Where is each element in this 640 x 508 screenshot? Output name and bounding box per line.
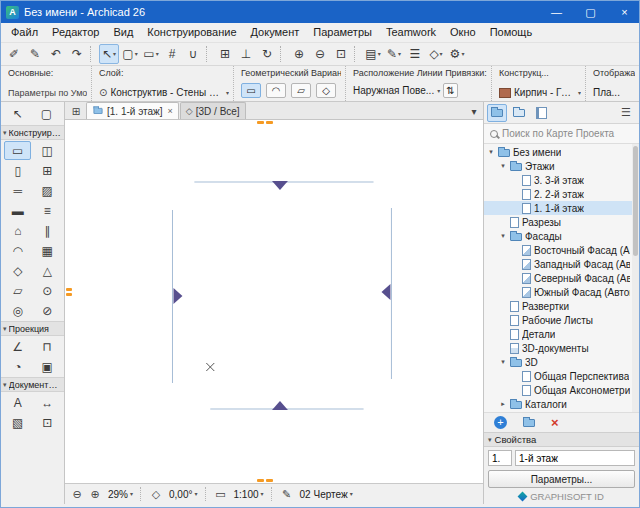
tree-item[interactable]: 3D-документы bbox=[484, 341, 639, 355]
menu-item[interactable]: Файл bbox=[4, 23, 45, 42]
refline-dropdown[interactable]: Наружная Пове... bbox=[353, 85, 434, 96]
pen-sets-button[interactable]: ✎▾ bbox=[384, 44, 404, 64]
roof-tool[interactable]: ⌂ bbox=[4, 221, 31, 240]
camera-tool[interactable]: ▣ bbox=[34, 357, 61, 376]
suspend-groups-button[interactable]: ⊞ bbox=[215, 44, 235, 64]
grid-snap-button[interactable]: # bbox=[162, 44, 182, 64]
zoom-in-button[interactable]: ⊕ bbox=[289, 44, 309, 64]
delete-button[interactable]: × bbox=[551, 415, 559, 430]
display-dropdown[interactable]: Пла... bbox=[593, 87, 620, 98]
tree-item[interactable]: Общая Аксонометрия bbox=[484, 383, 639, 397]
menu-item[interactable]: Помощь bbox=[483, 23, 540, 42]
menu-item[interactable]: Документ bbox=[244, 23, 307, 42]
chevron-down-icon[interactable]: ▾ bbox=[499, 162, 507, 170]
tree-scrollbar[interactable] bbox=[632, 144, 639, 412]
toolbox-section-header[interactable]: ▾Документирование bbox=[1, 377, 64, 392]
properties-header[interactable]: ▾ Свойства bbox=[484, 432, 639, 447]
tree-item[interactable]: Рабочие Листы bbox=[484, 313, 639, 327]
railing-tool[interactable]: ∥ bbox=[34, 221, 61, 240]
menu-item[interactable]: Параметры bbox=[306, 23, 379, 42]
maximize-button[interactable]: ▢ bbox=[576, 1, 605, 23]
arrow-button[interactable]: ↖▾ bbox=[99, 44, 119, 64]
close-button[interactable]: × bbox=[610, 1, 639, 23]
layers-button[interactable]: ▤▾ bbox=[363, 44, 383, 64]
marquee-button[interactable]: ▢▾ bbox=[120, 44, 140, 64]
zoom-in-button[interactable]: ⊕ bbox=[87, 486, 103, 502]
tab-list-button[interactable]: ▾ bbox=[465, 103, 483, 119]
menu-item[interactable]: Вид bbox=[106, 23, 140, 42]
tree-item[interactable]: 1. 1-й этаж bbox=[484, 201, 639, 215]
dimension-tool[interactable]: ↔ bbox=[34, 393, 61, 412]
section-tool[interactable]: ∠ bbox=[4, 337, 31, 356]
tree-item[interactable]: 2. 2-й этаж bbox=[484, 187, 639, 201]
flip-refline-button[interactable]: ⇅ bbox=[443, 83, 457, 98]
menu-item[interactable]: Редактор bbox=[45, 23, 106, 42]
add-viewpoint-button[interactable]: + bbox=[494, 416, 507, 429]
chevron-down-icon[interactable]: ▾ bbox=[487, 148, 495, 156]
drawing-tool[interactable]: ⊡ bbox=[34, 413, 61, 432]
beam-tool[interactable]: ═ bbox=[4, 181, 31, 200]
stair-tool[interactable]: ≡ bbox=[34, 201, 61, 220]
text-tool[interactable]: A bbox=[4, 393, 31, 412]
geometry-curved-button[interactable]: ◠ bbox=[266, 83, 286, 98]
hidden-palette-handle[interactable] bbox=[257, 479, 273, 482]
pen-set-dropdown[interactable]: 02 Чертеж ▾ bbox=[297, 486, 356, 502]
tree-item[interactable]: 3. 3-й этаж bbox=[484, 173, 639, 187]
arrow-select-tool[interactable]: ↖ bbox=[4, 104, 31, 123]
layout-book-button[interactable] bbox=[531, 104, 551, 122]
popup-navigator-button[interactable]: ⊞ bbox=[67, 103, 85, 119]
navigator-menu-button[interactable]: ☰ bbox=[616, 104, 636, 122]
shell-tool[interactable]: ◠ bbox=[4, 241, 31, 260]
redo-button[interactable]: ↷ bbox=[67, 44, 87, 64]
minimize-button[interactable]: — bbox=[542, 1, 571, 23]
tree-item[interactable]: ▾Без имени bbox=[484, 145, 639, 159]
zoom-out-button[interactable]: ⊖ bbox=[310, 44, 330, 64]
object-tool[interactable]: ⊙ bbox=[34, 281, 61, 300]
window-tool[interactable]: ⊞ bbox=[34, 161, 61, 180]
project-map-search[interactable]: Поиск по Карте Проекта bbox=[484, 124, 639, 144]
tab-floor-plan[interactable]: [1. 1-й этаж] × bbox=[86, 102, 179, 119]
pickup-parameters-button[interactable]: ✐ bbox=[4, 44, 24, 64]
view-map-button[interactable] bbox=[509, 104, 529, 122]
scale-dropdown[interactable]: 1:100 ▾ bbox=[231, 486, 267, 502]
opening-tool[interactable]: ⊘ bbox=[34, 301, 61, 320]
morph-tool[interactable]: ◇ bbox=[4, 261, 31, 280]
inject-parameters-button[interactable]: ✎ bbox=[25, 44, 45, 64]
tree-item[interactable]: Восточный Фасад (Автоматический) bbox=[484, 243, 639, 257]
tree-item[interactable]: Развертки bbox=[484, 299, 639, 313]
snap-magnet-button[interactable]: ∪ bbox=[183, 44, 203, 64]
tab-close-icon[interactable]: × bbox=[168, 106, 173, 116]
tree-item[interactable]: ▾Фасады bbox=[484, 229, 639, 243]
chevron-down-icon[interactable]: ▾ bbox=[499, 358, 507, 366]
default-settings-label[interactable]: Параметры по Умолчанию bbox=[8, 88, 87, 98]
rotate-button[interactable]: ↻ bbox=[257, 44, 277, 64]
tree-item[interactable]: Южный Фасад (Автоматический) bbox=[484, 285, 639, 299]
tree-item[interactable]: Детали bbox=[484, 327, 639, 341]
wall-tool[interactable]: ▭ bbox=[4, 141, 31, 160]
undo-button[interactable]: ↶ bbox=[46, 44, 66, 64]
tree-item[interactable]: ▸Каталоги bbox=[484, 397, 639, 411]
tree-item[interactable]: ▾Этажи bbox=[484, 159, 639, 173]
scrollbar-thumb[interactable] bbox=[633, 146, 638, 256]
floor-plan-canvas[interactable] bbox=[65, 120, 483, 483]
rotation-dropdown[interactable]: 0,00° ▾ bbox=[166, 486, 200, 502]
story-settings-button[interactable]: ☰ bbox=[405, 44, 425, 64]
chevron-right-icon[interactable]: ▸ bbox=[499, 400, 507, 408]
menu-item[interactable]: Teamwork bbox=[379, 23, 443, 42]
door-tool[interactable]: ◫ bbox=[34, 141, 61, 160]
toolbox-section-header[interactable]: ▾Конструирование bbox=[1, 125, 64, 140]
tree-item[interactable]: ▾3D bbox=[484, 355, 639, 369]
geometry-trapezoid-button[interactable]: ▱ bbox=[291, 83, 311, 98]
menu-item[interactable]: Окно bbox=[443, 23, 483, 42]
geometry-straight-button[interactable]: ▭ bbox=[241, 83, 261, 98]
tree-item[interactable]: Северный Фасад (Автоматический) bbox=[484, 271, 639, 285]
lamp-tool[interactable]: ◎ bbox=[4, 301, 31, 320]
gravity-button[interactable]: ⊥ bbox=[236, 44, 256, 64]
3d-view-button[interactable]: ◇▾ bbox=[426, 44, 446, 64]
interior-elevation-tool[interactable]: ◔ bbox=[4, 357, 31, 376]
mesh-tool[interactable]: △ bbox=[34, 261, 61, 280]
geometry-polygon-button[interactable]: ◇ bbox=[316, 83, 336, 98]
project-map-button[interactable] bbox=[487, 104, 507, 122]
hidden-palette-handle[interactable] bbox=[257, 121, 273, 124]
slab-tool[interactable]: ▬ bbox=[4, 201, 31, 220]
